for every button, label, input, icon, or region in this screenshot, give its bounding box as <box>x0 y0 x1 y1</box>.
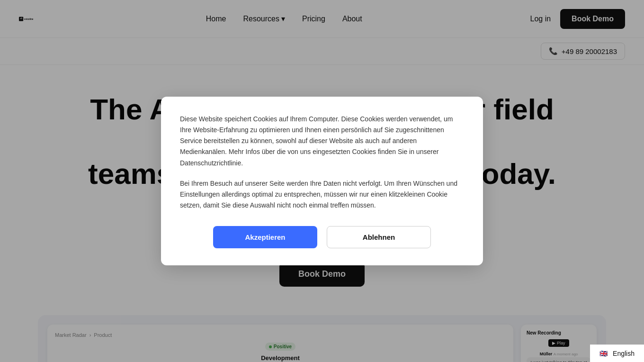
language-bar[interactable]: 🇬🇧 English <box>590 344 644 362</box>
cookie-text-2: Bei Ihrem Besuch auf unserer Seite werde… <box>180 178 464 211</box>
decline-cookies-button[interactable]: Ablehnen <box>327 226 431 248</box>
cookie-text-1: Diese Website speichert Cookies auf Ihre… <box>180 114 464 168</box>
cookie-overlay: Diese Website speichert Cookies auf Ihre… <box>0 0 644 362</box>
flag-icon: 🇬🇧 <box>599 350 610 357</box>
cookie-buttons: Akzeptieren Ablehnen <box>180 226 464 248</box>
cookie-banner: Diese Website speichert Cookies auf Ihre… <box>161 97 483 265</box>
accept-cookies-button[interactable]: Akzeptieren <box>213 226 317 248</box>
language-label: English <box>613 350 635 357</box>
